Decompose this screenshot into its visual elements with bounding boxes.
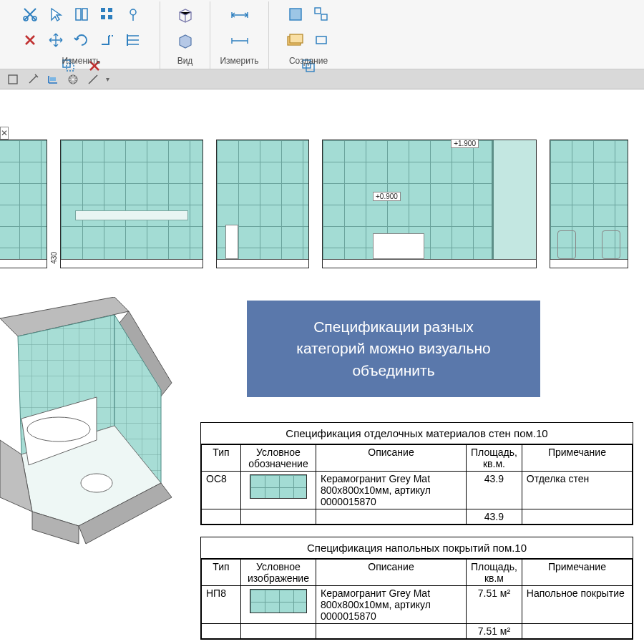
ribbon: Изменить Вид Измерить Созд (0, 0, 644, 69)
tile-swatch-icon (250, 474, 307, 499)
spec-floor[interactable]: Спецификация напольных покрытий пом.10 Т… (200, 537, 633, 640)
ribbon-group-view: Вид (160, 1, 210, 69)
svg-rect-5 (108, 8, 112, 12)
spec-walls-h-desc: Описание (316, 445, 467, 472)
elevation-5[interactable] (550, 140, 628, 268)
spec-walls[interactable]: Спецификация отделочных материалов стен … (200, 422, 633, 525)
spec-walls-total: 43.9 (467, 509, 522, 525)
group-label-view: Вид (177, 53, 193, 69)
opt-dropdown-caret-icon[interactable]: ▾ (106, 75, 109, 83)
spec-floor-h-type: Тип (202, 560, 241, 586)
callout-line1: Спецификации разных (264, 316, 523, 338)
iso-3d-view[interactable] (0, 297, 193, 547)
spec-walls-h-type: Тип (202, 445, 241, 472)
elevation-4[interactable]: +1.900 +0.900 (322, 140, 537, 268)
opt-btn-pin-icon[interactable] (26, 72, 40, 87)
spec-floor-h-note: Примечание (522, 560, 632, 586)
array-icon[interactable] (96, 3, 119, 26)
svg-point-8 (130, 9, 136, 15)
table-row[interactable]: ОС8 Керамогранит Grey Mat 800х800х10мм, … (202, 472, 633, 509)
table-row-total: 43.9 (202, 509, 633, 525)
svg-rect-17 (290, 34, 303, 43)
spec-floor-title: Спецификация напольных покрытий пом.10 (201, 537, 633, 559)
trim-icon[interactable] (96, 29, 119, 52)
svg-rect-15 (321, 14, 327, 20)
spec-walls-h-symbol: Условное обозначение (241, 445, 316, 472)
options-bar: ▾ (0, 69, 644, 89)
group-label-create: Создание (289, 53, 328, 69)
select-arrow-icon[interactable] (44, 3, 67, 26)
spec-walls-title: Спецификация отделочных материалов стен … (201, 423, 633, 444)
svg-rect-2 (76, 9, 81, 20)
table-row[interactable]: НП8 Керамогранит Grey Mat 800х800х10мм, … (202, 586, 633, 624)
split-icon[interactable] (70, 3, 93, 26)
table-row-total: 7.51 м² (202, 624, 633, 639)
opt-btn-line-icon[interactable] (86, 72, 100, 87)
spec-floor-h-desc: Описание (316, 560, 467, 586)
svg-rect-7 (108, 15, 112, 19)
spec-walls-desc: Керамогранит Grey Mat 800х800х10мм, арти… (316, 472, 467, 509)
elevation-thumbnails: 430 +1.900 +0.900 (0, 140, 644, 268)
tile-swatch-icon (250, 589, 307, 613)
group-label-modify: Изменить (62, 53, 100, 69)
delete-icon[interactable] (19, 29, 42, 52)
region-icon[interactable] (284, 3, 307, 26)
spec-floor-note: Напольное покрытие (522, 586, 632, 624)
spec-floor-total: 7.51 м² (467, 624, 522, 639)
dimension-icon[interactable] (228, 4, 251, 26)
cut-icon[interactable] (19, 3, 42, 26)
spec-floor-h-area: Площадь, кв.м (467, 560, 522, 586)
callout-line3: объединить (264, 360, 523, 381)
dimension2-icon[interactable] (228, 29, 251, 52)
align-icon[interactable] (122, 29, 145, 52)
opt-btn-1[interactable] (6, 72, 20, 87)
elevation-1[interactable] (0, 140, 47, 268)
svg-point-32 (81, 474, 112, 492)
svg-marker-12 (180, 35, 191, 48)
ribbon-group-measure: Измерить (210, 1, 269, 69)
spec-floor-desc: Керамогранит Grey Mat 800х800х10мм, арти… (316, 586, 467, 624)
spec-floor-h-symbol: Условное изображение (241, 560, 316, 586)
spec-floor-type: НП8 (202, 586, 241, 624)
spec-walls-h-area: Площадь, кв.м. (467, 445, 522, 472)
opt-btn-hatch-icon[interactable] (66, 72, 80, 87)
svg-rect-4 (101, 8, 105, 12)
group-label-measure: Измерить (220, 53, 258, 69)
spec-walls-h-note: Примечание (522, 445, 632, 472)
svg-rect-3 (82, 9, 87, 20)
spec-walls-type: ОС8 (202, 472, 241, 509)
spec-walls-note: Отделка стен (522, 472, 632, 509)
dim-1900: +1.900 (451, 139, 479, 148)
drawing-canvas[interactable]: ✕ 430 +1.900 +0.900 (0, 89, 644, 642)
svg-rect-21 (9, 75, 17, 84)
opt-btn-align-icon[interactable] (46, 72, 60, 87)
spec-walls-area: 43.9 (467, 472, 522, 509)
pin-icon[interactable] (122, 3, 145, 26)
callout-line2: категорий можно визуально (264, 338, 523, 359)
info-callout: Спецификации разных категорий можно визу… (247, 301, 540, 397)
ribbon-group-modify: Изменить (3, 1, 160, 69)
shaded-icon[interactable] (174, 29, 197, 52)
ribbon-group-create: Создание (269, 1, 348, 69)
svg-point-31 (27, 417, 90, 441)
dim-430: 430 (50, 252, 58, 264)
svg-rect-18 (316, 36, 326, 44)
panel-close-icon[interactable]: ✕ (0, 127, 9, 140)
component-icon[interactable] (284, 29, 307, 52)
svg-rect-14 (315, 8, 321, 14)
svg-rect-6 (101, 15, 105, 19)
rotate-icon[interactable] (70, 29, 93, 52)
move-icon[interactable] (44, 29, 67, 52)
rect-icon[interactable] (310, 29, 333, 52)
wireframe-icon[interactable] (174, 4, 197, 26)
dim-0900: +0.900 (373, 192, 401, 201)
svg-rect-13 (290, 9, 301, 20)
svg-rect-22 (50, 77, 56, 81)
group-icon[interactable] (310, 3, 333, 26)
elevation-3[interactable] (216, 140, 309, 268)
elevation-2[interactable] (60, 140, 203, 268)
spec-floor-area: 7.51 м² (467, 586, 522, 624)
